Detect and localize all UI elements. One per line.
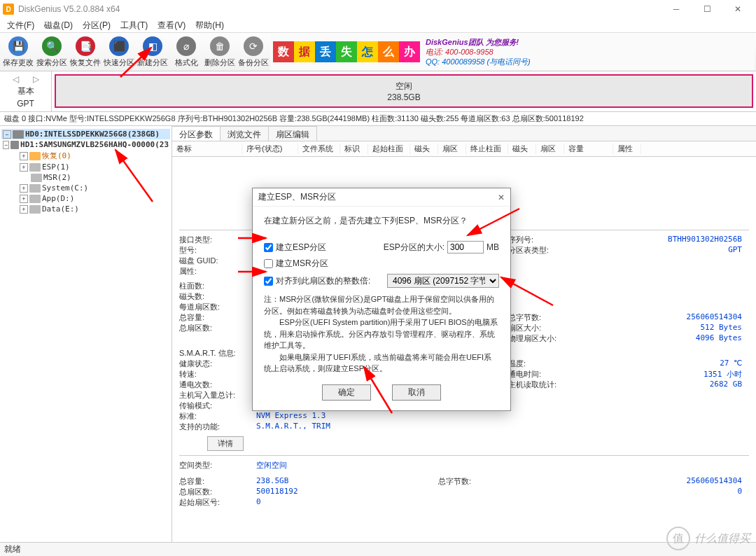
status-text: 就绪 (4, 543, 21, 555)
nav-right-icon[interactable]: ▷ (33, 74, 39, 84)
menu-disk[interactable]: 磁盘(D) (40, 18, 77, 33)
menu-view[interactable]: 查看(V) (153, 18, 190, 33)
banner-chars: 数 据 丢 失 怎 么 办 (273, 41, 420, 62)
tree-hd0[interactable]: −HD0:INTELSSDPEKKW256G8(238GB) (1, 129, 170, 139)
tab-browse[interactable]: 浏览文件 (220, 126, 269, 141)
tab-params[interactable]: 分区参数 (172, 126, 220, 141)
minimize-button[interactable]: ─ (661, 0, 692, 18)
tab-sector[interactable]: 扇区编辑 (269, 126, 317, 141)
dialog-question: 在建立新分区之前，是否先建立下列ESP、MSR分区？ (264, 215, 499, 227)
tb-recover[interactable]: 📑恢复文件 (69, 34, 102, 70)
partition-name: 空闲 (396, 81, 412, 92)
esp-unit: MB (486, 242, 499, 252)
menu-help[interactable]: 帮助(H) (191, 18, 228, 33)
msr-checkbox[interactable] (264, 259, 273, 268)
details-button[interactable]: 详情 (207, 436, 244, 451)
align-checkbox[interactable] (264, 277, 273, 286)
align-select[interactable]: 4096 扇区 (2097152 字节) (387, 274, 499, 288)
menu-tools[interactable]: 工具(T) (116, 18, 152, 33)
tabs: 分区参数 浏览文件 扇区编辑 (172, 126, 756, 141)
esp-label: 建立ESP分区 (276, 242, 326, 253)
column-headers: 卷标 序号(状态) 文件系统 标识 起始柱面 磁头 扇区 终止柱面 磁头 扇区 … (172, 141, 756, 157)
basic-box: ◁▷ 基本 GPT (0, 71, 52, 111)
esp-checkbox[interactable] (264, 243, 273, 252)
esp-size-label: ESP分区的大小: (384, 242, 444, 253)
menu-bar: 文件(F) 磁盘(D) 分区(P) 工具(T) 查看(V) 帮助(H) (0, 18, 756, 32)
tb-save[interactable]: 💾保存更改 (1, 34, 35, 70)
tree-item-app[interactable]: +App(D:) (1, 193, 170, 204)
tree-item-recover[interactable]: +恢复(0) (1, 150, 170, 162)
menu-partition[interactable]: 分区(P) (78, 18, 115, 33)
dialog-note: 注：MSR分区(微软保留分区)是GPT磁盘上用于保留空间以供备用的分区。例如在将… (264, 293, 499, 375)
gpt-label: GPT (17, 99, 34, 109)
nav-left-icon[interactable]: ◁ (13, 74, 19, 84)
partition-map-area: ◁▷ 基本 GPT 空闲 238.5GB (0, 71, 756, 112)
disk-info-text: 磁盘 0 接口:NVMe 型号:INTELSSDPEKKW256G8 序列号:B… (4, 113, 584, 124)
tb-new[interactable]: ◧新建分区 (136, 34, 169, 70)
banner-brand: DiskGenius团队 为您服务! (426, 37, 531, 47)
dialog-close-icon[interactable]: ✕ (498, 193, 505, 202)
disk-tree[interactable]: −HD0:INTELSSDPEKKW256G8(238GB) −HD1:SAMS… (0, 126, 172, 542)
tb-format[interactable]: ⌀格式化 (169, 34, 203, 70)
toolbar: 💾保存更改 🔍搜索分区 📑恢复文件 ⬛快速分区 ◧新建分区 ⌀格式化 🗑删除分区… (0, 32, 756, 71)
banner-tel: 电话: 400-008-9958 (426, 47, 531, 57)
esp-msr-dialog: 建立ESP、MSR分区 ✕ 在建立新分区之前，是否先建立下列ESP、MSR分区？… (252, 188, 511, 411)
window-title: DiskGenius V5.2.0.884 x64 (18, 4, 661, 14)
disk-info-strip: 磁盘 0 接口:NVMe 型号:INTELSSDPEKKW256G8 序列号:B… (0, 112, 756, 126)
banner-qq: QQ: 4000089958 (与电话同号) (426, 57, 531, 67)
menu-file[interactable]: 文件(F) (3, 18, 38, 33)
dialog-title: 建立ESP、MSR分区 (258, 191, 336, 203)
partition-bar-free[interactable]: 空闲 238.5GB (55, 74, 753, 108)
align-label: 对齐到此扇区数的整数倍: (276, 275, 370, 287)
msr-label: 建立MSR分区 (276, 258, 328, 270)
basic-label: 基本 (18, 85, 34, 97)
tb-search[interactable]: 🔍搜索分区 (35, 34, 69, 70)
status-bar: 就绪 (0, 542, 756, 556)
tree-item-system[interactable]: +System(C:) (1, 183, 170, 193)
close-button[interactable]: ✕ (722, 0, 753, 18)
ok-button[interactable]: 确定 (322, 384, 371, 401)
partition-size: 238.5GB (387, 92, 420, 102)
maximize-button[interactable]: ☐ (692, 0, 722, 18)
title-bar: D DiskGenius V5.2.0.884 x64 ─ ☐ ✕ (0, 0, 756, 18)
tb-delete[interactable]: 🗑删除分区 (203, 34, 237, 70)
cancel-button[interactable]: 取消 (392, 384, 441, 401)
ad-banner[interactable]: 数 据 丢 失 怎 么 办 DiskGenius团队 为您服务! 电话: 400… (270, 34, 755, 70)
tb-backup[interactable]: ⟳备份分区 (237, 34, 270, 70)
tree-hd1[interactable]: −HD1:SAMSUNGMZVLB256HAHQ-00000(23 (1, 139, 170, 150)
tree-item-esp[interactable]: +ESP(1) (1, 162, 170, 172)
esp-size-input[interactable] (447, 241, 484, 253)
tree-item-msr[interactable]: MSR(2) (1, 172, 170, 183)
tree-item-data[interactable]: +Data(E:) (1, 204, 170, 214)
tb-quick[interactable]: ⬛快速分区 (102, 34, 136, 70)
app-icon: D (3, 4, 14, 15)
watermark: 值什么值得买 (666, 527, 750, 550)
